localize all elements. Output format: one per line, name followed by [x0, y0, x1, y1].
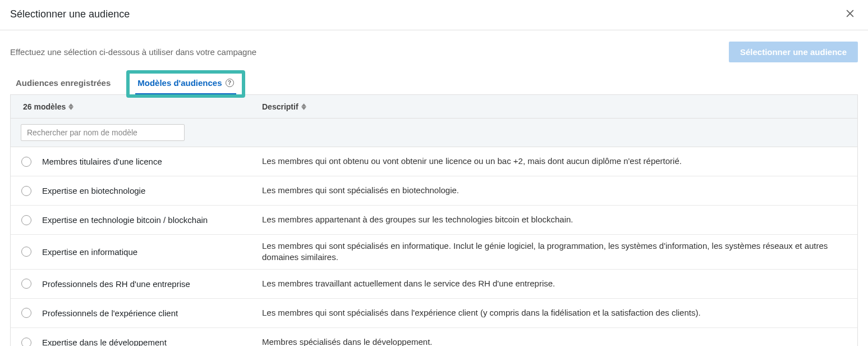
table-row[interactable]: Expertise dans le développementMembres s… — [11, 328, 857, 347]
row-description: Membres spécialisés dans le développemen… — [262, 336, 857, 346]
modal-header: Sélectionner une audience — [0, 0, 868, 30]
tab-highlight-box: Modèles d'audiences ? — [126, 70, 245, 98]
row-description: Les membres qui sont spécialisés en info… — [262, 240, 857, 263]
close-icon — [844, 12, 856, 21]
row-name: Expertise en technologie bitcoin / block… — [42, 215, 262, 225]
radio-cell — [11, 215, 42, 225]
svg-marker-3 — [68, 107, 74, 110]
table-row[interactable]: Professionnels des RH d'une entrepriseLe… — [11, 270, 857, 299]
row-name: Expertise dans le développement — [42, 338, 262, 346]
search-input[interactable] — [21, 124, 185, 141]
rows-container: Membres titulaires d'une licenceLes memb… — [11, 147, 857, 346]
sub-header-text: Effectuez une sélection ci-dessous à uti… — [10, 47, 256, 57]
svg-marker-5 — [301, 107, 306, 110]
row-description: Les membres qui sont spécialisés en biot… — [262, 185, 857, 196]
radio-cell — [11, 338, 42, 347]
radio-button[interactable] — [21, 247, 31, 257]
table-row[interactable]: Expertise en technologie bitcoin / block… — [11, 206, 857, 235]
row-name: Expertise en biotechnologie — [42, 186, 262, 195]
tab-audience-templates[interactable]: Modèles d'audiences ? — [135, 75, 236, 94]
svg-marker-4 — [301, 103, 306, 106]
table-row[interactable]: Membres titulaires d'une licenceLes memb… — [11, 147, 857, 176]
audience-modal: Sélectionner une audience Effectuez une … — [0, 0, 868, 346]
row-description: Les membres qui sont spécialisés dans l'… — [262, 307, 857, 318]
row-description: Les membres travaillant actuellement dan… — [262, 278, 857, 289]
column-header-description[interactable]: Descriptif — [262, 102, 857, 111]
radio-button[interactable] — [21, 215, 31, 225]
sub-header: Effectuez une sélection ci-dessous à uti… — [0, 30, 868, 62]
column-header-name-label: 26 modèles — [23, 102, 66, 111]
tab-audience-templates-label: Modèles d'audiences — [137, 78, 222, 88]
row-name: Membres titulaires d'une licence — [42, 157, 262, 166]
row-name: Expertise en informatique — [42, 247, 262, 257]
select-audience-button[interactable]: Sélectionner une audience — [729, 42, 858, 62]
row-name: Professionnels de l'expérience client — [42, 308, 262, 318]
radio-cell — [11, 186, 42, 196]
row-description: Les membres qui ont obtenu ou vont obten… — [262, 156, 857, 167]
radio-button[interactable] — [21, 338, 31, 347]
radio-cell — [11, 279, 42, 289]
table-row[interactable]: Expertise en biotechnologieLes membres q… — [11, 176, 857, 206]
radio-button[interactable] — [21, 279, 31, 289]
table-header-row: 26 modèles Descriptif — [11, 95, 857, 119]
modal-title: Sélectionner une audience — [10, 8, 130, 20]
column-header-description-label: Descriptif — [262, 102, 298, 111]
tab-saved-audiences[interactable]: Audiences enregistrées — [13, 75, 113, 94]
help-icon[interactable]: ? — [226, 79, 234, 87]
radio-cell — [11, 247, 42, 257]
radio-cell — [11, 157, 42, 167]
close-button[interactable] — [842, 6, 858, 23]
sort-icon — [301, 103, 306, 110]
table-panel: 26 modèles Descriptif Membres titulaires… — [10, 94, 858, 346]
row-name: Professionnels des RH d'une entreprise — [42, 279, 262, 289]
search-row — [11, 119, 857, 147]
tabs: Audiences enregistrées Modèles d'audienc… — [0, 62, 868, 94]
table-row[interactable]: Professionnels de l'expérience clientLes… — [11, 299, 857, 328]
radio-button[interactable] — [21, 157, 31, 167]
column-header-name[interactable]: 26 modèles — [11, 102, 262, 111]
radio-button[interactable] — [21, 308, 31, 318]
svg-marker-2 — [68, 103, 74, 106]
sort-icon — [68, 103, 74, 110]
radio-button[interactable] — [21, 186, 31, 196]
row-description: Les membres appartenant à des groupes su… — [262, 214, 857, 225]
table-row[interactable]: Expertise en informatiqueLes membres qui… — [11, 235, 857, 270]
radio-cell — [11, 308, 42, 318]
